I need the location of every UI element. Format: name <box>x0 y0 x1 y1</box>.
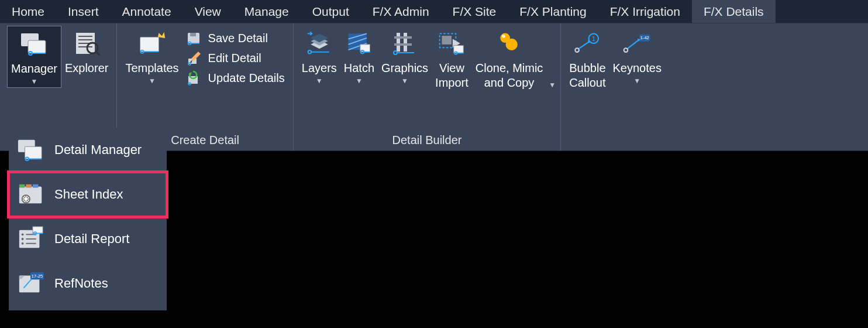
svg-text:17-25: 17-25 <box>32 274 43 279</box>
keynotes-label: Keynotes <box>613 61 662 76</box>
tab-fx-planting[interactable]: F/X Planting <box>508 0 598 23</box>
svg-rect-17 <box>190 33 196 36</box>
manager-label: Manager <box>11 62 57 76</box>
menu-detail-manager-label: Detail Manager <box>54 142 142 158</box>
tab-home[interactable]: Home <box>0 0 56 23</box>
ribbon-tab-row: Home Insert Annotate View Manage Output … <box>0 0 868 23</box>
menu-detail-report[interactable]: Detail Report <box>9 217 167 261</box>
svg-rect-71 <box>33 184 39 188</box>
clone-mimic-copy-button[interactable]: Clone, Mimic and Copy <box>472 26 547 91</box>
update-details-label: Update Details <box>208 71 285 85</box>
explorer-label: Explorer <box>65 61 108 76</box>
svg-line-11 <box>96 52 99 55</box>
menu-detail-manager[interactable]: Detail Manager <box>9 128 167 172</box>
explorer-icon <box>73 29 101 57</box>
svg-line-61 <box>627 39 640 49</box>
bubble-callout-icon: 1 <box>573 29 601 57</box>
clone-label-2: and Copy <box>484 76 535 90</box>
clone-icon <box>495 29 523 57</box>
manager-button[interactable]: Manager ▼ <box>7 26 61 88</box>
tab-fx-site[interactable]: F/X Site <box>441 0 508 23</box>
view-import-button[interactable]: View Import <box>432 26 472 91</box>
dropdown-arrow-icon: ▼ <box>633 77 640 86</box>
layers-button[interactable]: Layers ▼ <box>298 26 340 87</box>
svg-rect-70 <box>26 184 32 188</box>
tab-fx-irrigation[interactable]: F/X Irrigation <box>598 0 692 23</box>
svg-rect-12 <box>140 37 159 52</box>
svg-point-75 <box>22 233 24 235</box>
svg-marker-15 <box>158 32 165 38</box>
menu-refnotes[interactable]: 17-25 RefNotes <box>9 261 167 306</box>
bubble-callout-button[interactable]: 1 Bubble Callout <box>566 26 609 91</box>
dropdown-arrow-icon: ▼ <box>31 77 38 86</box>
edit-icon <box>186 50 202 66</box>
detail-report-icon <box>17 225 45 253</box>
templates-button[interactable]: Templates ▼ <box>122 26 182 87</box>
update-icon <box>186 70 202 86</box>
view-import-icon <box>438 29 466 57</box>
clone-label-1: Clone, Mimic <box>476 61 543 76</box>
bubble-label-1: Bubble <box>569 61 605 76</box>
graphics-label: Graphics <box>381 61 428 76</box>
manager-dropdown-menu: Detail Manager Sheet Index <box>9 128 167 310</box>
svg-line-56 <box>578 42 590 49</box>
menu-sheet-index[interactable]: Sheet Index <box>9 172 167 217</box>
explorer-button[interactable]: Explorer <box>61 26 112 77</box>
dropdown-arrow-icon: ▼ <box>401 77 408 86</box>
sheet-index-icon <box>17 180 45 209</box>
keynotes-button[interactable]: 1-42 Keynotes ▼ <box>609 26 665 87</box>
layers-label: Layers <box>302 61 337 76</box>
tab-view[interactable]: View <box>183 0 233 23</box>
keynotes-icon: 1-42 <box>623 29 651 57</box>
edit-detail-label: Edit Detail <box>208 52 261 65</box>
tab-fx-details[interactable]: F/X Details <box>692 0 776 23</box>
save-icon <box>186 30 202 46</box>
edit-detail-button[interactable]: Edit Detail <box>182 48 288 68</box>
templates-label: Templates <box>125 61 178 76</box>
folder-manager-icon <box>17 136 45 164</box>
svg-point-77 <box>22 238 24 240</box>
svg-point-58 <box>576 48 580 52</box>
tab-manage[interactable]: Manage <box>233 0 301 23</box>
view-import-label-1: View <box>439 61 464 76</box>
svg-rect-40 <box>404 33 407 52</box>
refnotes-icon: 17-25 <box>17 269 45 298</box>
update-details-button[interactable]: Update Details <box>182 68 288 88</box>
hatch-button[interactable]: Hatch ▼ <box>340 26 378 87</box>
bubble-label-2: Callout <box>569 76 605 90</box>
svg-rect-39 <box>397 33 400 52</box>
svg-marker-46 <box>442 36 452 45</box>
svg-rect-41 <box>394 36 412 39</box>
hatch-icon <box>345 29 373 57</box>
svg-point-53 <box>502 35 505 38</box>
svg-point-79 <box>22 242 24 245</box>
hatch-label: Hatch <box>344 61 374 76</box>
menu-sheet-index-label: Sheet Index <box>54 187 123 202</box>
svg-point-30 <box>308 50 311 54</box>
svg-rect-42 <box>394 43 412 46</box>
tab-annotate[interactable]: Annotate <box>111 0 183 23</box>
svg-point-43 <box>394 51 397 54</box>
menu-detail-report-label: Detail Report <box>54 231 129 247</box>
tab-insert[interactable]: Insert <box>56 0 111 23</box>
tab-fx-admin[interactable]: F/X Admin <box>361 0 441 23</box>
templates-icon <box>138 29 166 57</box>
save-detail-label: Save Detail <box>208 32 268 45</box>
svg-point-52 <box>505 39 517 50</box>
svg-point-63 <box>624 48 628 52</box>
graphics-button[interactable]: Graphics ▼ <box>378 26 432 87</box>
folder-manager-icon <box>20 30 48 58</box>
save-detail-button[interactable]: Save Detail <box>182 28 288 48</box>
layers-icon <box>305 29 333 57</box>
panel-label-detail-builder: Detail Builder <box>298 131 556 151</box>
dropdown-arrow-icon[interactable]: ▼ <box>549 81 556 89</box>
dropdown-arrow-icon: ▼ <box>316 77 323 86</box>
tab-output[interactable]: Output <box>301 0 361 23</box>
panel-label-blank2 <box>566 131 665 151</box>
svg-rect-69 <box>19 184 25 188</box>
dropdown-arrow-icon: ▼ <box>356 77 363 86</box>
svg-text:1-42: 1-42 <box>640 35 649 40</box>
svg-text:1: 1 <box>592 35 595 42</box>
graphics-icon <box>391 29 419 57</box>
menu-refnotes-label: RefNotes <box>54 276 108 291</box>
